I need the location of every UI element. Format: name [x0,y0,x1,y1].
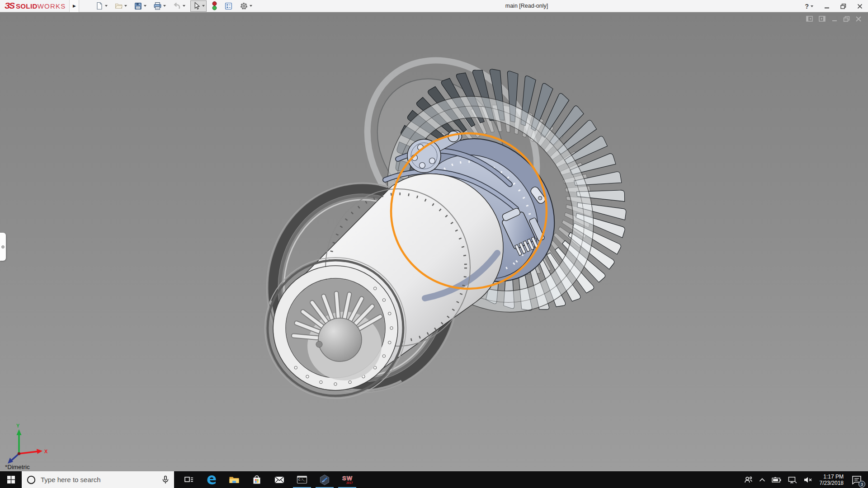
save-button[interactable] [132,0,148,12]
orientation-triad: Y X [2,421,52,466]
triad-x-label: X [44,449,48,454]
file-explorer-icon [228,474,240,486]
windows-taskbar: Type here to search [0,471,868,488]
taskbar-icon-file-explorer[interactable] [223,471,245,488]
graphics-viewport[interactable]: Y X *Dimetric [0,12,868,471]
taskbar-icon-solidworks[interactable]: SW2017 [336,471,359,488]
people-icon [744,476,753,484]
save-floppy-icon [134,2,142,10]
dropdown-caret[interactable] [202,5,205,7]
new-document-icon [95,2,104,10]
people-button[interactable] [744,476,753,484]
restore-button[interactable] [840,4,846,9]
dassault-3ds-glyph: ЗS [5,1,14,11]
open-folder-icon [114,2,123,10]
triad-y-label: Y [16,423,20,428]
select-cursor-icon [192,2,201,10]
clock-time: 1:17 PM [820,474,844,480]
dropdown-caret[interactable] [163,5,166,7]
task-view-icon [184,474,194,485]
file-properties-button[interactable] [222,0,235,12]
print-icon [153,2,162,10]
options-button[interactable] [238,0,254,12]
main-toolbar [94,0,254,12]
tray-clock[interactable]: 1:17 PM 7/23/2018 [820,474,844,486]
clock-date: 7/23/2018 [820,480,844,486]
speaker-muted-icon [803,476,813,483]
new-document-button[interactable] [94,0,109,11]
undo-arrow-icon [173,2,181,10]
cortana-circle-icon [26,475,36,485]
gear-icon [240,2,248,10]
solidworks-logo: ЗSSOLIDWORKS [0,1,66,11]
dropdown-caret[interactable] [183,5,185,7]
svg-text:2017: 2017 [346,481,353,484]
edge-browser-icon [206,474,217,486]
action-center-button[interactable]: 3 [850,473,863,487]
solidworks-2017-icon: SW2017 [340,474,354,486]
select-tool-button[interactable] [190,0,207,12]
microsoft-store-icon [251,474,262,485]
dropdown-caret[interactable] [105,5,108,7]
print-button[interactable] [151,0,168,12]
help-button[interactable]: ? [805,3,813,10]
close-button[interactable] [857,4,863,9]
system-tray: 1:17 PM 7/23/2018 3 [744,471,868,488]
open-document-button[interactable] [113,0,129,11]
view-orientation-label: *Dimetric [5,464,30,470]
hub-cone [318,318,362,361]
hub-notch [316,341,322,347]
svg-text:C:\_: C:\_ [298,478,306,481]
show-left-pane-button[interactable] [806,16,813,22]
document-window-controls [806,16,862,22]
start-button[interactable] [0,471,22,488]
traffic-light-icon [212,1,217,10]
rebuild-button[interactable] [210,0,219,12]
document-minimize-button[interactable] [831,16,838,22]
chevron-up-icon [759,478,765,482]
search-placeholder-text: Type here to search [41,476,157,483]
show-right-pane-button[interactable] [819,16,826,22]
tab-handle-dot [1,245,5,249]
taskbar-icon-hexagon-app[interactable] [313,471,336,488]
minimize-button[interactable] [824,4,830,9]
dropdown-caret[interactable] [250,5,252,7]
taskbar-icon-store[interactable] [245,471,268,488]
solidworks-window: ЗSSOLIDWORKS ▶ [0,0,868,488]
mail-envelope-icon [274,474,285,486]
volume-status[interactable] [803,476,813,483]
notification-badge: 3 [859,481,865,488]
battery-status[interactable] [772,477,782,483]
dropdown-caret[interactable] [811,5,813,7]
titlebar-window-controls: ? [805,0,863,12]
taskbar-app-icons: C:\_ SW2017 [178,471,359,488]
dropdown-caret[interactable] [124,5,127,7]
taskbar-icon-edge[interactable] [200,471,223,488]
document-close-button[interactable] [855,16,862,22]
svg-text:SW: SW [342,475,353,482]
document-restore-button[interactable] [843,16,850,22]
dropdown-caret[interactable] [144,5,146,7]
taskbar-icon-command-prompt[interactable]: C:\_ [291,471,313,488]
document-title: main [Read-only] [505,0,548,12]
undo-button[interactable] [171,0,187,12]
taskbar-search[interactable]: Type here to search [22,471,174,488]
taskbar-icon-task-view[interactable] [178,471,200,488]
microphone-icon[interactable] [161,475,170,484]
engine-3d-model[interactable] [0,12,868,471]
windows-logo-icon [7,476,15,483]
command-prompt-icon: C:\_ [296,474,308,486]
title-bar: ЗSSOLIDWORKS ▶ [0,0,868,12]
taskbar-icon-mail[interactable] [268,471,291,488]
network-status[interactable] [788,476,797,483]
network-icon [788,476,797,483]
menu-flyout-button[interactable]: ▶ [69,0,79,12]
battery-icon [772,477,782,483]
feature-manager-collapsed-tab[interactable] [0,233,6,261]
hexagon-app-icon [319,474,330,486]
properties-list-icon [224,2,233,10]
tray-overflow-button[interactable] [759,478,765,482]
